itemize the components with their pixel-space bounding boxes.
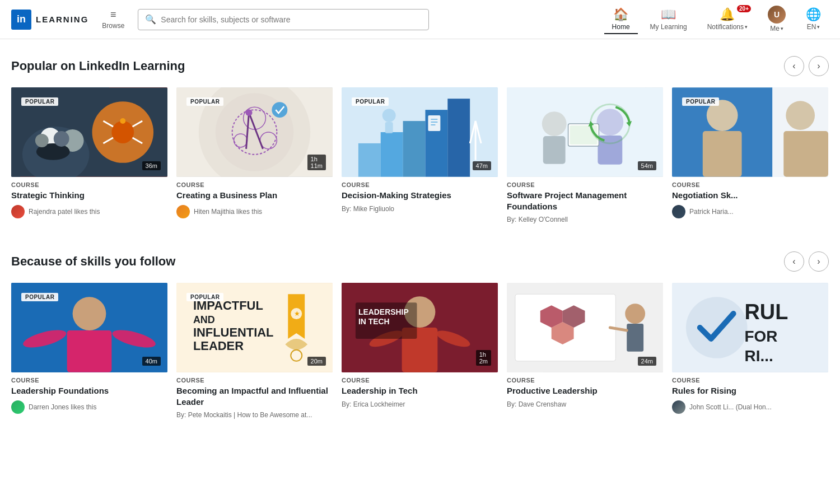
card-title-software: Software Project Management Foundations: [507, 190, 663, 212]
svg-rect-32: [428, 115, 440, 131]
card-meta-text-business: Hiten Majithia likes this: [194, 208, 262, 216]
card-meta-text-negotiation: Patrick Haria...: [689, 208, 734, 216]
language-label-area: EN ▾: [807, 23, 820, 31]
card-meta-leadership-t: By: Erica Lockheimer: [342, 400, 498, 408]
svg-point-80: [625, 304, 645, 324]
card-type-impactful: COURSE: [176, 377, 333, 384]
card-thumb-leadership-t: LEADERSHIP IN TECH 1h 2m: [342, 283, 498, 372]
language-dropdown-arrow: ▾: [817, 24, 820, 30]
card-title-strategic: Strategic Thinking: [11, 190, 167, 201]
card-thumb-impactful: IMPACTFUL AND INFLUENTIAL LEADER ★: [176, 283, 333, 372]
user-avatar: U: [768, 6, 786, 24]
nav-label-my-learning: My Learning: [650, 23, 687, 31]
svg-point-84: [686, 297, 748, 358]
me-dropdown-arrow: ▾: [781, 26, 783, 31]
popular-section-header: Popular on LinkedIn Learning ‹ ›: [11, 56, 829, 76]
card-type-strategic: COURSE: [11, 181, 167, 188]
popular-cards-row: 36m POPULAR COURSE Strategic Thinking Ra…: [11, 87, 829, 223]
card-meta-text-decision: By: Mike Figliuolo: [342, 205, 394, 213]
card-title-business: Creating a Business Plan: [176, 190, 333, 201]
skills-cards-row: 40m POPULAR COURSE Leadership Foundation…: [11, 283, 829, 419]
popular-badge-impactful: POPULAR: [186, 293, 223, 301]
popular-badge-decision: POPULAR: [352, 97, 389, 106]
card-meta-software: By: Kelley O'Connell: [507, 216, 663, 223]
card-meta-text-impactful: By: Pete Mockaitis | How to Be Awesome a…: [176, 411, 312, 419]
card-meta-business: Hiten Majithia likes this: [176, 205, 333, 218]
card-title-impactful: Becoming an Impactful and Influential Le…: [176, 385, 333, 407]
nav-item-home[interactable]: 🏠 Home: [604, 5, 638, 34]
svg-text:★: ★: [294, 310, 300, 318]
card-title-productive: Productive Leadership: [507, 385, 663, 396]
nav-item-me[interactable]: U Me ▾: [760, 3, 794, 36]
search-bar: 🔍: [138, 9, 429, 30]
card-meta-rules: John Scott Li... (Dual Hon...: [672, 400, 828, 414]
svg-point-54: [73, 297, 106, 330]
popular-prev-button[interactable]: ‹: [784, 56, 804, 76]
nav-item-language[interactable]: 🌐 EN ▾: [798, 5, 829, 34]
svg-rect-31: [385, 122, 393, 133]
skills-prev-button[interactable]: ‹: [784, 251, 804, 272]
browse-label: Browse: [102, 22, 124, 30]
duration-software: 54m: [638, 161, 656, 170]
card-business-plan[interactable]: 1h 11m POPULAR COURSE Creating a Busines…: [176, 87, 333, 223]
svg-point-22: [272, 102, 287, 118]
svg-rect-81: [627, 324, 643, 352]
main-content: Popular on LinkedIn Learning ‹ ›: [0, 39, 840, 441]
card-impactful-leader[interactable]: IMPACTFUL AND INFLUENTIAL LEADER ★: [176, 283, 333, 419]
me-label-area: Me ▾: [770, 25, 783, 32]
nav-item-notifications[interactable]: 🔔 20+ Notifications ▾: [699, 5, 755, 34]
card-meta-impactful: By: Pete Mockaitis | How to Be Awesome a…: [176, 411, 333, 419]
site-header: in LEARNING ≡ Browse 🔍 🏠 Home 📖 My Learn…: [0, 0, 840, 39]
svg-rect-24: [358, 143, 381, 177]
card-thumb-software: 54m: [507, 87, 663, 177]
svg-text:IN TECH: IN TECH: [358, 317, 390, 326]
popular-next-button[interactable]: ›: [809, 56, 829, 76]
svg-text:INFLUENTIAL: INFLUENTIAL: [193, 325, 274, 339]
card-type-negotiation: COURSE: [672, 181, 828, 188]
svg-point-30: [382, 109, 396, 122]
nav-item-my-learning[interactable]: 📖 My Learning: [642, 5, 695, 34]
svg-point-21: [246, 109, 253, 116]
skills-next-button[interactable]: ›: [809, 251, 829, 272]
duration-productive: 24m: [638, 357, 656, 366]
svg-rect-49: [703, 131, 742, 177]
duration-leadership-f: 40m: [142, 357, 161, 366]
card-meta-text-leadership-f: Darren Jones likes this: [29, 403, 96, 411]
card-productive-leadership[interactable]: 24m COURSE Productive Leadership By: Dav…: [507, 283, 663, 419]
card-software-project[interactable]: 54m COURSE Software Project Management F…: [507, 87, 663, 223]
card-thumb-productive: 24m: [507, 283, 663, 372]
svg-rect-25: [381, 132, 403, 177]
card-title-leadership-t: Leadership in Tech: [342, 385, 498, 396]
linkedin-logo: in: [11, 10, 31, 30]
card-leadership-tech[interactable]: LEADERSHIP IN TECH 1h 2m COURSE Leadersh…: [342, 283, 498, 419]
browse-button[interactable]: ≡ Browse: [97, 7, 129, 32]
svg-text:RUL: RUL: [745, 300, 788, 324]
nav-label-home: Home: [612, 23, 630, 31]
popular-badge-leadership-f: POPULAR: [21, 293, 58, 301]
card-strategic-thinking[interactable]: 36m POPULAR COURSE Strategic Thinking Ra…: [11, 87, 167, 223]
card-type-leadership-t: COURSE: [342, 377, 498, 384]
nav-label-notifications: Notifications: [707, 23, 744, 31]
card-thumb-business: 1h 11m POPULAR: [176, 87, 333, 177]
svg-point-37: [542, 111, 567, 136]
card-leadership-foundations[interactable]: 40m POPULAR COURSE Leadership Foundation…: [11, 283, 167, 419]
popular-badge-strategic: POPULAR: [21, 97, 58, 106]
card-type-decision: COURSE: [342, 181, 498, 188]
bell-icon: 🔔: [720, 7, 735, 22]
card-title-negotiation: Negotiation Sk...: [672, 190, 828, 201]
svg-point-7: [111, 121, 134, 143]
search-input[interactable]: [161, 15, 422, 24]
card-negotiation[interactable]: POPULAR COURSE Negotiation Sk... Patrick…: [672, 87, 828, 223]
home-icon: 🏠: [613, 7, 628, 22]
svg-text:LEADERSHIP: LEADERSHIP: [358, 307, 409, 316]
card-meta-text-strategic: Rajendra patel likes this: [29, 208, 100, 216]
card-decision-making[interactable]: 47m POPULAR COURSE Decision-Making Strat…: [342, 87, 498, 223]
card-meta-negotiation: Patrick Haria...: [672, 205, 828, 218]
duration-leadership-t: 1h 2m: [476, 350, 491, 366]
svg-point-10: [35, 134, 49, 147]
card-rules-for-rising[interactable]: RUL FOR RI... COURSE Rules for Rising Jo…: [672, 283, 828, 419]
notification-badge: 20+: [737, 5, 751, 12]
card-title-rules: Rules for Rising: [672, 385, 828, 396]
card-thumb-leadership-f: 40m POPULAR: [11, 283, 167, 372]
card-type-productive: COURSE: [507, 377, 663, 384]
